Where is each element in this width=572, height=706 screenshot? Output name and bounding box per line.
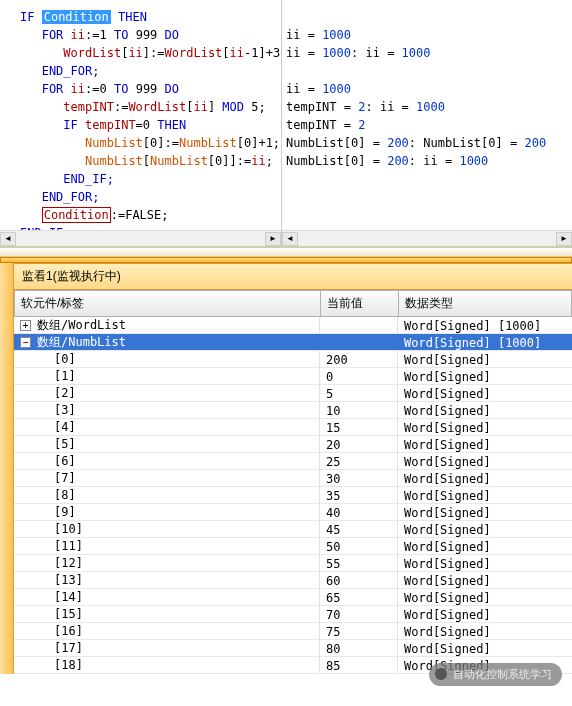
table-row[interactable]: [0]200Word[Signed] <box>14 351 572 368</box>
table-row[interactable]: [5]20Word[Signed] <box>14 436 572 453</box>
scroll-left-arrow[interactable]: ◄ <box>282 232 298 246</box>
scroll-right-arrow[interactable]: ► <box>265 232 281 246</box>
watch-table-body: +数组/WordListWord[Signed] [1000]−数组/NumbL… <box>14 317 572 674</box>
table-row[interactable]: [8]35Word[Signed] <box>14 487 572 504</box>
table-row[interactable]: [16]75Word[Signed] <box>14 623 572 640</box>
table-row[interactable]: [15]70Word[Signed] <box>14 606 572 623</box>
watch-table-header: 软元件/标签 当前值 数据类型 <box>14 290 572 317</box>
scroll-right-arrow[interactable]: ► <box>556 232 572 246</box>
top-split: IF Condition THEN FOR ii:=1 TO 999 DO Wo… <box>0 0 572 247</box>
table-row[interactable]: [17]80Word[Signed] <box>14 640 572 657</box>
table-row[interactable]: [1]0Word[Signed] <box>14 368 572 385</box>
splitter-bar[interactable] <box>0 247 572 257</box>
expand-icon[interactable]: + <box>20 320 31 331</box>
watermark: 自动化控制系统学习 <box>429 663 562 674</box>
highlighted-condition[interactable]: Condition <box>42 10 111 24</box>
table-row[interactable]: [13]60Word[Signed] <box>14 572 572 589</box>
panel-gutter <box>0 263 14 674</box>
table-row[interactable]: [4]15Word[Signed] <box>14 419 572 436</box>
header-data-type[interactable]: 数据类型 <box>399 291 571 316</box>
runtime-values-pane: ii = 1000 ii = 1000: ii = 1000 ii = 1000… <box>282 0 572 246</box>
scroll-left-arrow[interactable]: ◄ <box>0 232 16 246</box>
table-row[interactable]: +数组/WordListWord[Signed] [1000] <box>14 317 572 334</box>
table-row[interactable]: [6]25Word[Signed] <box>14 453 572 470</box>
table-row[interactable]: [2]5Word[Signed] <box>14 385 572 402</box>
table-row[interactable]: −数组/NumbListWord[Signed] [1000] <box>14 334 572 351</box>
table-row[interactable]: [12]55Word[Signed] <box>14 555 572 572</box>
horizontal-scrollbar-right[interactable]: ◄ ► <box>282 230 572 246</box>
table-row[interactable]: [3]10Word[Signed] <box>14 402 572 419</box>
horizontal-scrollbar[interactable]: ◄ ► <box>0 230 281 246</box>
header-device-label[interactable]: 软元件/标签 <box>15 291 321 316</box>
header-current-value[interactable]: 当前值 <box>321 291 399 316</box>
table-row[interactable]: [9]40Word[Signed] <box>14 504 572 521</box>
table-row[interactable]: [14]65Word[Signed] <box>14 589 572 606</box>
table-row[interactable]: [11]50Word[Signed] <box>14 538 572 555</box>
expand-icon[interactable]: − <box>20 337 31 348</box>
table-row[interactable]: [10]45Word[Signed] <box>14 521 572 538</box>
table-row[interactable]: [7]30Word[Signed] <box>14 470 572 487</box>
watch-panel-title[interactable]: 监看1(监视执行中) <box>14 263 572 290</box>
code-editor[interactable]: IF Condition THEN FOR ii:=1 TO 999 DO Wo… <box>0 0 282 246</box>
watch-panel: 监看1(监视执行中) 软元件/标签 当前值 数据类型 +数组/WordListW… <box>0 263 572 674</box>
